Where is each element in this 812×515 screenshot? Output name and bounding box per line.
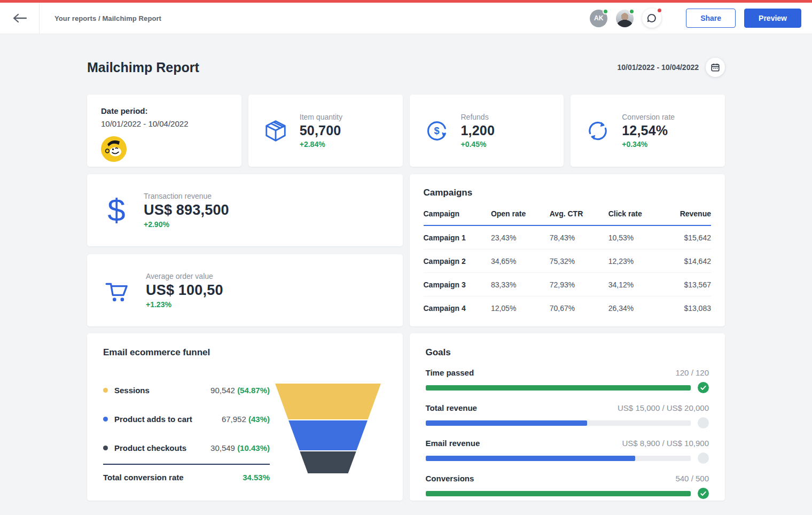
- calendar-button[interactable]: [706, 58, 725, 77]
- table-row: Campaign 1 23,43% 78,43% 10,53% $15,642: [424, 226, 712, 249]
- avatar-ak[interactable]: AK: [590, 10, 607, 27]
- table-row: Campaign 3 83,33% 72,93% 34,12% $13,567: [424, 273, 712, 296]
- kpi-delta: +0.45%: [461, 140, 495, 149]
- refund-icon: $: [425, 119, 449, 143]
- funnel-chart: [275, 384, 381, 474]
- presence-dot: [603, 9, 608, 14]
- total-conversion-row: Total conversion rate 34.53%: [103, 473, 270, 482]
- kpi-value: 12,54%: [622, 123, 675, 138]
- goal-complete-icon: [698, 382, 709, 393]
- page-title: Mailchimp Report: [87, 60, 199, 75]
- kpi-delta: +1.23%: [146, 300, 223, 309]
- legend-dot: [103, 388, 108, 393]
- package-icon: [263, 119, 288, 143]
- campaigns-table: Campaign Open rate Avg. CTR Click rate R…: [424, 209, 712, 319]
- email-funnel-card: Email ecommerce funnel Sessions 90,542 (…: [87, 333, 403, 501]
- table-row: Campaign 4 12,05% 70,67% 26,34% $13,083: [424, 296, 712, 319]
- kpi-label: Item quantity: [300, 113, 342, 121]
- goal-pending-icon: [698, 417, 709, 428]
- kpi-delta: +2.90%: [144, 220, 229, 229]
- kpi-label: Transaction revenue: [144, 192, 229, 200]
- goals-title: Goals: [426, 347, 709, 358]
- kpi-label: Refunds: [461, 113, 495, 121]
- goal-pending-icon: [698, 452, 709, 464]
- mailchimp-logo-icon: [101, 136, 127, 162]
- table-header-row: Campaign Open rate Avg. CTR Click rate R…: [424, 209, 712, 226]
- avatar-photo[interactable]: [616, 10, 634, 27]
- funnel-legend: Sessions 90,542 (54.87%) Product adds to…: [103, 358, 270, 482]
- dollar-icon: $: [104, 194, 129, 227]
- kpi-label: Conversion rate: [622, 113, 675, 121]
- progress-bar: [426, 491, 691, 496]
- cart-icon: [104, 277, 131, 304]
- back-arrow-icon: [12, 12, 28, 25]
- app-header: Your reports / Mailchimp Report AK Share…: [0, 3, 812, 34]
- column-header: Click rate: [608, 209, 664, 218]
- goal-row: Total revenue US$ 15,000 / US$ 20,000: [426, 403, 709, 428]
- share-button[interactable]: Share: [686, 9, 736, 28]
- campaigns-card: Campaigns Campaign Open rate Avg. CTR Cl…: [410, 174, 725, 326]
- notification-dot: [657, 7, 662, 13]
- table-row: Campaign 2 34,65% 75,32% 12,23% $14,642: [424, 249, 712, 273]
- legend-dot: [103, 417, 108, 422]
- kpi-label: Average order value: [146, 272, 223, 280]
- progress-bar: [426, 385, 691, 391]
- campaigns-title: Campaigns: [424, 188, 712, 198]
- sync-arrows-icon: [585, 119, 610, 143]
- column-header: Avg. CTR: [550, 209, 608, 218]
- avatar-initials: AK: [594, 14, 603, 22]
- transaction-revenue-card: $ Transaction revenue US$ 893,500 +2.90%: [87, 174, 403, 246]
- calendar-icon: [710, 63, 720, 72]
- legend-item: Product adds to cart 67,952 (43%): [103, 415, 270, 424]
- chat-bubble-icon: [646, 12, 658, 24]
- column-header: Open rate: [491, 209, 550, 218]
- average-order-value-card: Average order value US$ 100,50 +1.23%: [87, 254, 403, 326]
- svg-text:$: $: [434, 126, 439, 136]
- progress-bar: [426, 420, 691, 426]
- preview-button[interactable]: Preview: [744, 9, 801, 28]
- presence-dot: [629, 9, 635, 14]
- breadcrumb: Your reports / Mailchimp Report: [54, 14, 161, 22]
- goal-complete-icon: [698, 488, 709, 499]
- chat-button[interactable]: [642, 9, 661, 28]
- kpi-value: 50,700: [300, 123, 342, 138]
- refunds-card: $ Refunds 1,200 +0.45%: [410, 95, 564, 167]
- report-date-range: 10/01/2022 - 10/04/2022: [617, 63, 699, 72]
- goal-row: Email revenue US$ 8,900 / US$ 10,900: [426, 439, 709, 464]
- conversion-rate-card: Conversion rate 12,54% +0.34%: [571, 95, 725, 167]
- kpi-value: US$ 893,500: [144, 202, 229, 219]
- legend-dot: [103, 446, 108, 450]
- kpi-value: US$ 100,50: [146, 282, 223, 299]
- item-quantity-card: Item quantity 50,700 +2.84%: [248, 95, 403, 167]
- legend-item: Sessions 90,542 (54.87%): [103, 386, 270, 395]
- goals-card: Goals Time passed 120 / 120 Tota: [410, 333, 725, 501]
- date-period-card: Date period: 10/01/2022 - 10/04/2022: [87, 95, 241, 167]
- goal-row: Time passed 120 / 120: [426, 368, 709, 393]
- goal-row: Conversions 540 / 500: [426, 474, 709, 499]
- kpi-delta: +0.34%: [622, 140, 675, 149]
- kpi-value: 1,200: [461, 123, 495, 138]
- date-period-label: Date period:: [101, 106, 228, 115]
- column-header: Campaign: [424, 209, 491, 218]
- date-period-value: 10/01/2022 - 10/04/2022: [101, 119, 228, 128]
- kpi-delta: +2.84%: [300, 140, 342, 149]
- legend-divider: [103, 464, 270, 465]
- legend-item: Product checkouts 30,549 (10.43%): [103, 443, 270, 452]
- progress-bar: [426, 456, 691, 461]
- back-button[interactable]: [0, 3, 40, 34]
- funnel-title: Email ecommerce funnel: [103, 347, 387, 358]
- column-header: Revenue: [664, 209, 711, 218]
